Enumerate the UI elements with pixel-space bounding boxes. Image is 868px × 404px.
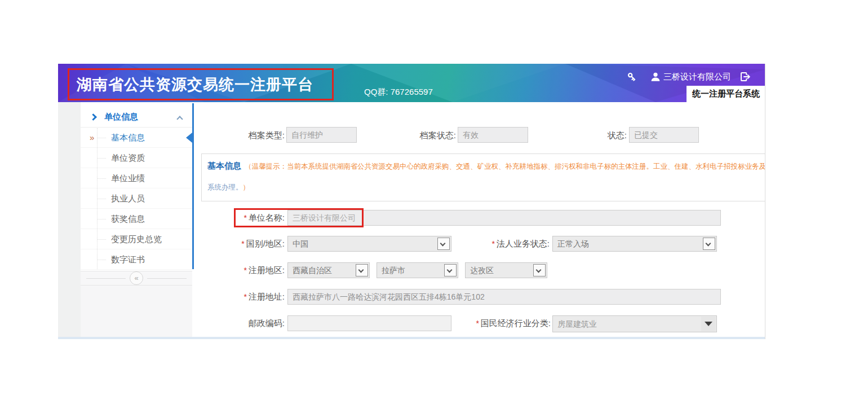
city-select[interactable]: 拉萨市 <box>377 262 458 278</box>
chevron-down-icon <box>447 267 453 273</box>
title-annotation-box: 湖南省公共资源交易统一注册平台 <box>68 68 334 100</box>
sidebar-item-basic-info[interactable]: » 基本信息 <box>81 128 192 148</box>
header-banner: 湖南省公共资源交易统一注册平台 QQ群: 767265597 三桥设计有限公司 <box>58 64 765 102</box>
sidebar-item-digital-certificate[interactable]: 数字证书 <box>81 249 192 270</box>
app-window: 湖南省公共资源交易统一注册平台 QQ群: 767265597 三桥设计有限公司 <box>58 64 765 339</box>
dropdown-box[interactable] <box>703 238 715 250</box>
postal-code-label: 邮政编码: <box>194 318 285 329</box>
chevron-down-icon <box>358 267 364 273</box>
industry-combobox[interactable]: 房屋建筑业 <box>552 315 717 332</box>
logout-icon[interactable] <box>739 71 751 82</box>
section-tip-line1: （温馨提示：当前本系统提供湖南省公共资源交易中心的政府采购、交通、矿业权、补充耕… <box>245 163 765 170</box>
district-select[interactable]: 达孜区 <box>465 262 547 278</box>
sidebar-bottom-filler <box>81 286 192 339</box>
industry-label: *国民经济行业分类: <box>455 318 551 329</box>
sidebar-item-label: 单位业绩 <box>111 173 145 183</box>
key-icon[interactable] <box>626 71 637 82</box>
province-select[interactable]: 西藏自治区 <box>287 262 370 278</box>
sidebar-group-label: 单位信息 <box>104 112 138 122</box>
dropdown-box[interactable] <box>437 238 450 250</box>
reg-address-field[interactable]: 西藏拉萨市八一路哈达滨河花园西区五排4栋16单元102 <box>287 289 721 305</box>
page-title: 湖南省公共资源交易统一注册平台 <box>69 74 313 95</box>
qq-group-label: QQ群: 767265597 <box>364 87 433 98</box>
required-mark: * <box>243 213 246 222</box>
dropdown-box[interactable] <box>533 264 546 276</box>
section-title: 基本信息 <box>207 161 241 170</box>
tab-unified-registration-system[interactable]: 统一注册平台系统 <box>687 86 765 102</box>
sidebar-item-label: 基本信息 <box>111 133 145 142</box>
page: 湖南省公共资源交易统一注册平台 QQ群: 767265597 三桥设计有限公司 <box>0 0 868 404</box>
triangle-down-icon <box>705 322 712 326</box>
sidebar-group-unit-info[interactable]: 单位信息 <box>81 107 192 128</box>
sidebar-item-practitioners[interactable]: 执业人员 <box>81 188 192 209</box>
sidebar-item-awards[interactable]: 获奖信息 <box>81 209 192 229</box>
sidebar-collapse-bar: « <box>81 271 192 286</box>
chevron-down-icon <box>536 267 542 273</box>
main-content: 档案类型: 自行维护 档案状态: 有效 状态: 已提交 基本信息（温馨提示：当前… <box>194 102 765 339</box>
sidebar-item-unit-performance[interactable]: 单位业绩 <box>81 168 192 188</box>
basic-info-section-header: 基本信息（温馨提示：当前本系统提供湖南省公共资源交易中心的政府采购、交通、矿业权… <box>201 153 765 201</box>
sidebar-item-label: 执业人员 <box>111 194 145 203</box>
active-marker-icon: » <box>90 128 94 148</box>
status-label: 状态: <box>551 130 627 141</box>
bottom-border-band <box>58 337 765 339</box>
chevron-down-icon <box>440 241 446 247</box>
archive-status-field[interactable]: 有效 <box>458 127 528 143</box>
active-triangle-icon <box>186 133 192 143</box>
unit-name-label: *单位名称: <box>194 213 285 223</box>
section-tip-line2: 系统办理。） <box>207 182 765 192</box>
sidebar-item-label: 单位资质 <box>111 153 145 163</box>
legal-status-select[interactable]: 正常入场 <box>552 236 717 252</box>
sidebar-item-unit-qualification[interactable]: 单位资质 <box>81 148 192 168</box>
dropdown-box[interactable] <box>356 264 368 276</box>
sidebar-item-label: 数字证书 <box>111 254 145 264</box>
country-label: *国别/地区: <box>194 239 285 249</box>
chevron-up-icon[interactable] <box>176 116 183 122</box>
postal-code-field[interactable] <box>287 315 451 331</box>
left-gutter <box>58 102 81 339</box>
archive-type-label: 档案类型: <box>194 130 285 141</box>
reg-region-label: *注册地区: <box>194 265 285 276</box>
archive-type-field[interactable]: 自行维护 <box>286 127 357 143</box>
legal-status-label: *法人业务状态: <box>459 239 550 249</box>
logged-in-company[interactable]: 三桥设计有限公司 <box>663 72 731 82</box>
user-icon <box>650 71 661 82</box>
unit-name-field[interactable]: 三桥设计有限公司 <box>287 210 721 226</box>
dropdown-box[interactable] <box>444 264 457 276</box>
collapse-sidebar-button[interactable]: « <box>130 271 143 285</box>
chevron-down-icon <box>706 241 711 247</box>
sidebar-item-change-history[interactable]: 变更历史总览 <box>81 229 192 249</box>
status-field[interactable]: 已提交 <box>629 127 699 143</box>
sidebar-item-label: 变更历史总览 <box>111 234 162 244</box>
country-select[interactable]: 中国 <box>287 236 451 252</box>
archive-status-label: 档案状态: <box>359 130 456 141</box>
chevron-right-icon <box>90 113 97 121</box>
sidebar-item-label: 获奖信息 <box>111 214 145 223</box>
dropdown-button[interactable] <box>701 317 716 331</box>
reg-address-label: *注册地址: <box>194 292 285 302</box>
